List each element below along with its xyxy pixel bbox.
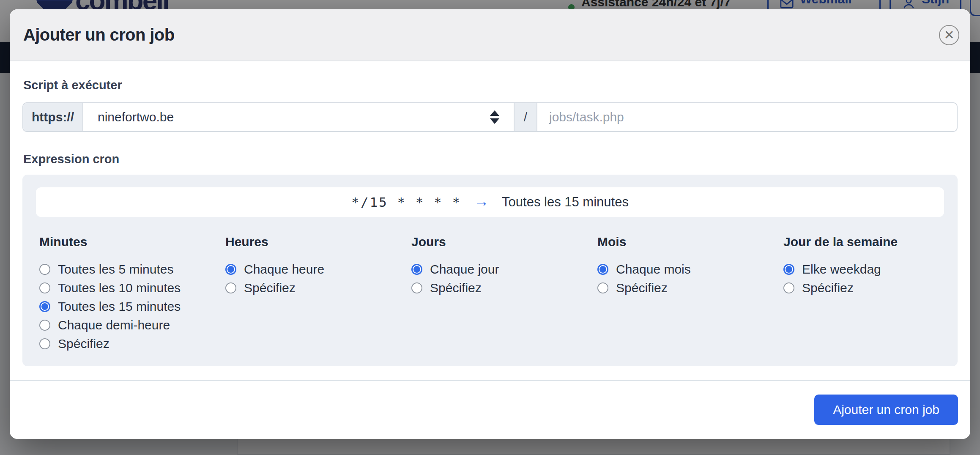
radio-label: Toutes les 15 minutes	[58, 299, 181, 314]
arrow-right-icon: →	[474, 192, 489, 210]
column-title: Mois	[597, 235, 783, 249]
path-separator: /	[515, 103, 537, 131]
add-cron-job-modal: Ajouter un cron job ✕ Script à exécuter …	[10, 9, 970, 439]
radio-label: Toutes les 5 minutes	[58, 262, 173, 277]
domain-select[interactable]: ninefortwo.be	[83, 103, 515, 131]
radio-option-minutes-specify[interactable]: Spécifiez	[39, 336, 225, 351]
cron-columns: Minutes Toutes les 5 minutes Toutes les …	[36, 235, 944, 355]
radio-option-months-every[interactable]: Chaque mois	[597, 262, 783, 277]
radio-option-hours-every[interactable]: Chaque heure	[225, 262, 411, 277]
radio-option-minutes-10[interactable]: Toutes les 10 minutes	[39, 280, 225, 296]
radio-label: Spécifiez	[616, 281, 668, 295]
radio-label: Toutes les 10 minutes	[58, 281, 181, 295]
radio-option-days-specify[interactable]: Spécifiez	[411, 280, 597, 296]
cron-column-minutes: Minutes Toutes les 5 minutes Toutes les …	[39, 235, 225, 355]
cron-column-hours: Heures Chaque heure Spécifiez	[225, 235, 411, 355]
close-icon: ✕	[944, 29, 954, 41]
radio-option-months-specify[interactable]: Spécifiez	[597, 280, 783, 296]
radio-label: Chaque jour	[430, 262, 499, 277]
radio-option-weekday-specify[interactable]: Spécifiez	[783, 280, 898, 296]
radio-icon[interactable]	[39, 301, 50, 312]
cron-column-days: Jours Chaque jour Spécifiez	[411, 235, 597, 355]
cron-expression-bar: */15 * * * * → Toutes les 15 minutes	[36, 187, 944, 217]
radio-option-days-every[interactable]: Chaque jour	[411, 262, 597, 277]
radio-icon[interactable]	[39, 320, 50, 331]
modal-footer: Ajouter un cron job	[10, 380, 970, 439]
radio-option-minutes-5[interactable]: Toutes les 5 minutes	[39, 262, 225, 277]
radio-label: Spécifiez	[802, 281, 854, 295]
cron-builder-panel: */15 * * * * → Toutes les 15 minutes Min…	[22, 175, 958, 366]
modal-header: Ajouter un cron job ✕	[10, 9, 970, 61]
protocol-prefix: https://	[23, 103, 83, 131]
radio-label: Spécifiez	[244, 281, 296, 295]
radio-icon[interactable]	[225, 282, 236, 293]
radio-icon[interactable]	[783, 264, 794, 275]
radio-icon[interactable]	[597, 264, 608, 275]
radio-icon[interactable]	[597, 282, 608, 293]
modal-title: Ajouter un cron job	[23, 25, 174, 44]
radio-label: Elke weekdag	[802, 262, 881, 277]
radio-option-weekday-every[interactable]: Elke weekdag	[783, 262, 898, 277]
script-section-label: Script à exécuter	[23, 78, 958, 92]
radio-icon[interactable]	[783, 282, 794, 293]
radio-label: Chaque mois	[616, 262, 691, 277]
cron-column-months: Mois Chaque mois Spécifiez	[597, 235, 783, 355]
radio-option-minutes-15[interactable]: Toutes les 15 minutes	[39, 299, 225, 314]
radio-icon[interactable]	[39, 282, 50, 293]
cron-expression-description: Toutes les 15 minutes	[502, 195, 629, 210]
close-button[interactable]: ✕	[939, 25, 959, 45]
radio-label: Chaque heure	[244, 262, 324, 277]
column-title: Jour de la semaine	[783, 235, 898, 249]
radio-icon[interactable]	[411, 264, 422, 275]
column-title: Heures	[225, 235, 411, 249]
script-path-input[interactable]	[537, 103, 957, 131]
column-title: Jours	[411, 235, 597, 249]
modal-body: Script à exécuter https:// ninefortwo.be…	[10, 61, 970, 380]
radio-icon[interactable]	[411, 282, 422, 293]
script-url-input-group: https:// ninefortwo.be /	[22, 102, 958, 132]
radio-label: Chaque demi-heure	[58, 318, 170, 332]
cron-expression-value: */15 * * * *	[351, 195, 461, 210]
cron-section-label: Expression cron	[23, 152, 958, 166]
cron-column-weekday: Jour de la semaine Elke weekdag Spécifie…	[783, 235, 898, 355]
domain-select-value: ninefortwo.be	[98, 110, 174, 124]
column-title: Minutes	[39, 235, 225, 249]
select-caret-icon	[490, 110, 499, 124]
path-field-wrap	[537, 103, 957, 131]
add-cron-job-submit-button[interactable]: Ajouter un cron job	[814, 395, 958, 425]
radio-icon[interactable]	[39, 338, 50, 349]
radio-icon[interactable]	[225, 264, 236, 275]
radio-icon[interactable]	[39, 264, 50, 275]
radio-option-minutes-half-hour[interactable]: Chaque demi-heure	[39, 318, 225, 333]
radio-label: Spécifiez	[58, 337, 109, 351]
radio-option-hours-specify[interactable]: Spécifiez	[225, 280, 411, 296]
radio-label: Spécifiez	[430, 281, 482, 295]
